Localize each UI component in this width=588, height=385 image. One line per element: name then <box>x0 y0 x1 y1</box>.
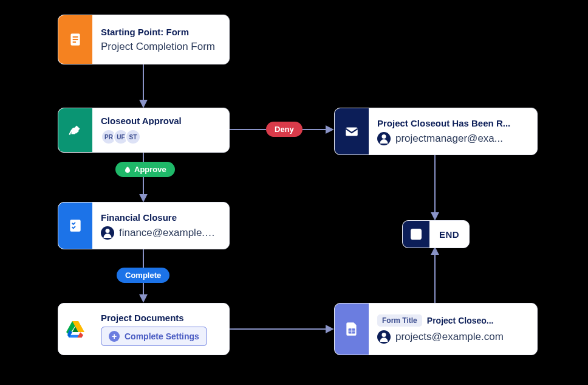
node-title: Closeout Approval <box>101 116 219 125</box>
svg-rect-2 <box>73 39 78 40</box>
signature-icon <box>58 108 92 152</box>
assignee-text: finance@example.com <box>119 227 219 239</box>
pill-label: Approve <box>134 165 166 174</box>
node-financial-closure[interactable]: Financial Closure finance@example.com <box>58 202 230 249</box>
svg-rect-3 <box>73 41 76 43</box>
node-title: Financial Closure <box>101 212 219 223</box>
plus-icon: + <box>109 331 120 342</box>
node-sheet[interactable]: Form Title Project Closeo... projects@ex… <box>334 303 538 355</box>
assignee-text: projectmanager@exa... <box>395 133 503 145</box>
end-label: END <box>429 229 469 240</box>
form-title-value: Project Closeo... <box>427 316 494 325</box>
svg-rect-5 <box>70 220 80 232</box>
node-project-documents[interactable]: Project Documents + Complete Settings <box>58 303 230 355</box>
node-rejection-email[interactable]: Project Closeout Has Been R... projectma… <box>334 108 538 155</box>
envelope-icon <box>335 108 369 154</box>
complete-settings-button[interactable]: + Complete Settings <box>101 327 207 346</box>
pill-label: Deny <box>275 125 294 134</box>
settings-label: Complete Settings <box>125 331 199 341</box>
node-closeout-approval[interactable]: Closeout Approval PR UF ST <box>58 108 230 153</box>
leaf-icon <box>124 166 131 173</box>
person-icon <box>377 132 391 145</box>
spreadsheet-icon <box>335 303 369 355</box>
svg-rect-9 <box>411 229 422 240</box>
person-icon <box>377 330 391 344</box>
complete-pill[interactable]: Complete <box>117 268 169 283</box>
checklist-icon <box>58 203 92 249</box>
node-end[interactable]: END <box>402 220 470 248</box>
google-drive-icon <box>58 303 92 355</box>
form-icon <box>58 15 92 64</box>
avatar-chip: ST <box>125 129 141 145</box>
svg-rect-1 <box>73 36 78 38</box>
assignee-text: projects@example.com <box>395 331 504 343</box>
stop-icon <box>403 221 429 248</box>
node-title: Project Closeout Has Been R... <box>377 118 527 128</box>
form-title-tag: Form Title <box>377 314 422 327</box>
svg-rect-4 <box>346 128 358 136</box>
node-subtitle: Project Completion Form <box>101 41 219 53</box>
pill-label: Complete <box>125 271 161 280</box>
approve-pill[interactable]: Approve <box>115 162 175 177</box>
deny-pill[interactable]: Deny <box>266 122 303 137</box>
assignee-chips: PR UF ST <box>101 129 219 145</box>
node-title: Starting Point: Form <box>101 27 219 37</box>
node-starting-point[interactable]: Starting Point: Form Project Completion … <box>58 15 230 64</box>
person-icon <box>101 226 114 240</box>
node-title: Project Documents <box>101 313 219 323</box>
